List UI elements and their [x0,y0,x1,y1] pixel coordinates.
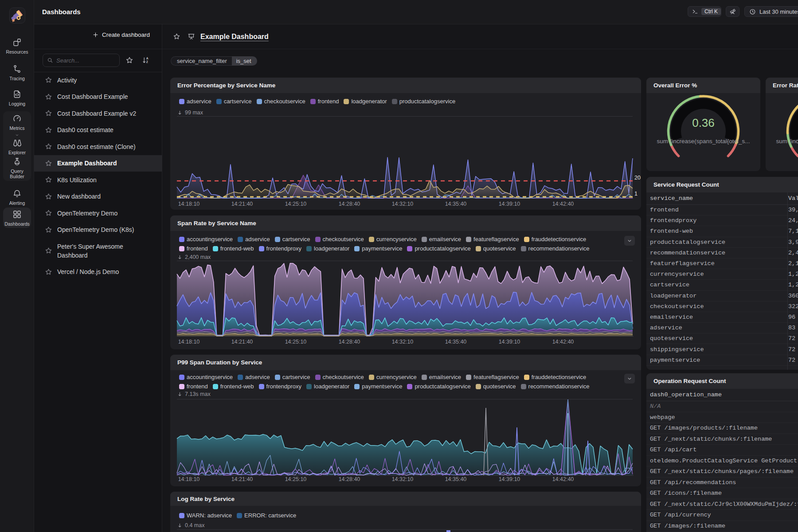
svg-text:0.36: 0.36 [692,116,715,129]
svg-text:14:28:40: 14:28:40 [339,339,360,345]
svg-text:14:39:10: 14:39:10 [499,476,520,482]
svg-text:14:39:10: 14:39:10 [499,339,520,345]
svg-text:14:32:10: 14:32:10 [392,476,414,482]
svg-text:14:18:10: 14:18:10 [178,476,200,482]
svg-text:14:25:10: 14:25:10 [285,476,307,482]
svg-text:14:42:40: 14:42:40 [552,476,574,482]
svg-text:14:21:40: 14:21:40 [231,339,253,345]
svg-text:14:28:40: 14:28:40 [339,201,360,207]
svg-text:14:18:10: 14:18:10 [178,339,200,345]
svg-text:14:21:40: 14:21:40 [231,476,253,482]
svg-text:14:21:40: 14:21:40 [231,201,253,207]
svg-text:14:32:10: 14:32:10 [392,339,414,345]
svg-text:14:25:10: 14:25:10 [285,339,307,345]
svg-text:14:32:10: 14:32:10 [392,201,414,207]
svg-text:14:42:40: 14:42:40 [552,339,574,345]
svg-text:sum (increase(spans_total{otel: sum (increase(spans_total{otel_s... [657,138,750,145]
svg-text:14:35:40: 14:35:40 [445,201,467,207]
svg-text:14:39:10: 14:39:10 [499,201,520,207]
svg-text:1: 1 [634,191,638,197]
svg-text:sum (increase(spans_total{otel: sum (increase(spans_total{otel_s... [776,138,798,145]
svg-text:14:42:40: 14:42:40 [552,201,574,207]
svg-text:14:28:40: 14:28:40 [339,476,360,482]
svg-text:14:35:40: 14:35:40 [445,476,467,482]
svg-text:20: 20 [634,175,641,181]
svg-text:14:35:40: 14:35:40 [445,339,467,345]
svg-text:Z: Z [146,60,148,63]
svg-text:A: A [146,57,149,60]
svg-text:14:25:10: 14:25:10 [285,201,307,207]
svg-text:14:18:10: 14:18:10 [178,201,200,207]
